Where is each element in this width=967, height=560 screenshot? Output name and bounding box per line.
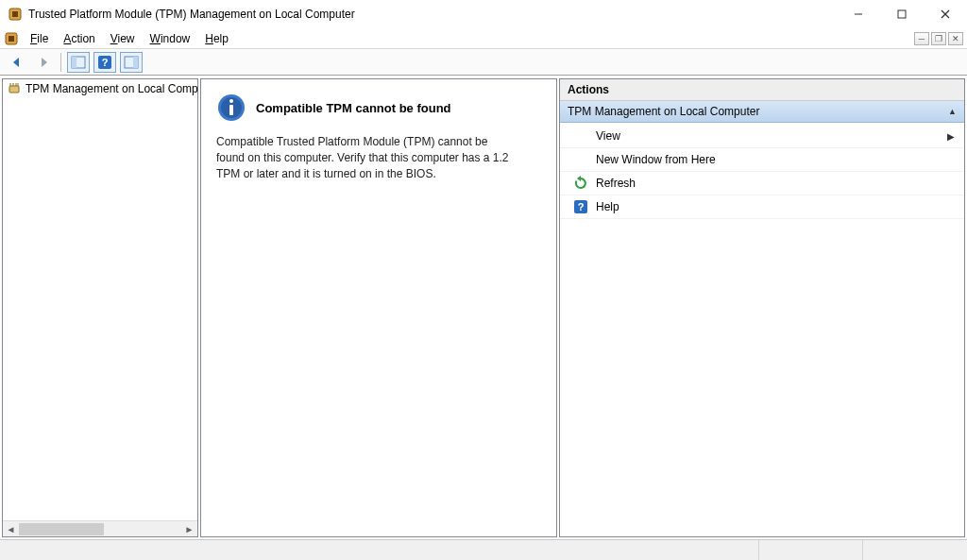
scroll-track[interactable] <box>19 521 181 537</box>
maximize-button[interactable] <box>880 0 924 28</box>
svg-rect-7 <box>8 36 14 42</box>
action-view-label: View <box>596 129 940 143</box>
menu-view[interactable]: View <box>103 30 143 47</box>
scroll-right-button[interactable]: ► <box>181 521 197 537</box>
statusbar <box>0 539 967 560</box>
menu-help[interactable]: Help <box>197 30 236 47</box>
console-tree-pane: TPM Management on Local Comp ◄ ► <box>2 78 198 537</box>
action-new-window-label: New Window from Here <box>596 153 955 166</box>
tree-horizontal-scrollbar[interactable]: ◄ ► <box>3 520 197 536</box>
tpm-chip-icon <box>7 81 22 96</box>
scroll-left-button[interactable]: ◄ <box>3 521 19 537</box>
window-controls <box>837 0 967 28</box>
svg-rect-3 <box>898 10 906 18</box>
titlebar: Trusted Platform Module (TPM) Management… <box>0 0 967 28</box>
mdi-restore-button[interactable]: ❐ <box>931 32 946 45</box>
mdi-controls: ─ ❐ ✕ <box>914 32 963 45</box>
action-list: View ▶ New Window from Here Refresh <box>560 123 964 221</box>
submenu-arrow-icon: ▶ <box>947 131 955 142</box>
result-pane: Compatible TPM cannot be found Compatibl… <box>200 78 557 537</box>
toolbar-separator <box>60 53 61 72</box>
action-refresh[interactable]: Refresh <box>560 172 964 195</box>
svg-point-21 <box>229 99 233 103</box>
help-icon: ? <box>573 199 588 214</box>
mdi-close-button[interactable]: ✕ <box>948 32 963 45</box>
info-icon <box>216 93 246 123</box>
actions-pane-title: Actions <box>560 79 964 101</box>
svg-rect-13 <box>133 57 138 68</box>
mdi-app-icon <box>4 31 19 46</box>
action-new-window[interactable]: New Window from Here <box>560 148 964 172</box>
menubar: File Action View Window Help ─ ❐ ✕ <box>0 28 967 49</box>
status-cell-main <box>0 540 759 560</box>
tree-root-label: TPM Management on Local Comp <box>25 82 198 95</box>
close-button[interactable] <box>924 0 967 28</box>
actions-group-header[interactable]: TPM Management on Local Computer ▲ <box>560 101 964 123</box>
tree-root-node[interactable]: TPM Management on Local Comp <box>3 79 197 98</box>
detail-header: Compatible TPM cannot be found <box>216 93 541 123</box>
mdi-minimize-button[interactable]: ─ <box>914 32 929 45</box>
svg-rect-1 <box>12 11 18 17</box>
svg-rect-14 <box>9 86 19 93</box>
blank-icon <box>573 152 588 167</box>
status-cell-2 <box>759 540 863 560</box>
content-area: TPM Management on Local Comp ◄ ► Compati… <box>0 76 967 539</box>
refresh-icon <box>573 176 588 191</box>
blank-icon <box>573 128 588 144</box>
show-hide-console-tree-button[interactable] <box>67 52 90 73</box>
status-cell-3 <box>863 540 967 560</box>
detail-heading: Compatible TPM cannot be found <box>256 101 451 115</box>
detail-body-text: Compatible Trusted Platform Module (TPM)… <box>216 134 518 181</box>
app-icon <box>8 7 23 22</box>
menu-window[interactable]: Window <box>143 30 198 47</box>
window-title: Trusted Platform Module (TPM) Management… <box>28 8 837 21</box>
action-view[interactable]: View ▶ <box>560 125 964 148</box>
collapse-arrow-icon: ▲ <box>948 107 957 116</box>
help-button[interactable]: ? <box>93 52 116 73</box>
svg-text:?: ? <box>578 201 585 212</box>
menu-file[interactable]: File <box>23 30 56 47</box>
back-button[interactable] <box>6 52 28 73</box>
action-help[interactable]: ? Help <box>560 195 964 219</box>
action-help-label: Help <box>596 200 955 213</box>
svg-text:?: ? <box>102 57 109 68</box>
scroll-thumb[interactable] <box>19 523 104 535</box>
minimize-button[interactable] <box>837 0 880 28</box>
toolbar: ? <box>0 49 967 76</box>
svg-rect-9 <box>72 57 76 68</box>
svg-rect-22 <box>229 105 233 115</box>
show-hide-action-pane-button[interactable] <box>120 52 143 73</box>
actions-group-title: TPM Management on Local Computer <box>568 105 759 118</box>
forward-button[interactable] <box>32 52 55 73</box>
actions-pane: Actions TPM Management on Local Computer… <box>559 78 965 537</box>
action-refresh-label: Refresh <box>596 177 955 190</box>
menu-action[interactable]: Action <box>56 30 102 47</box>
